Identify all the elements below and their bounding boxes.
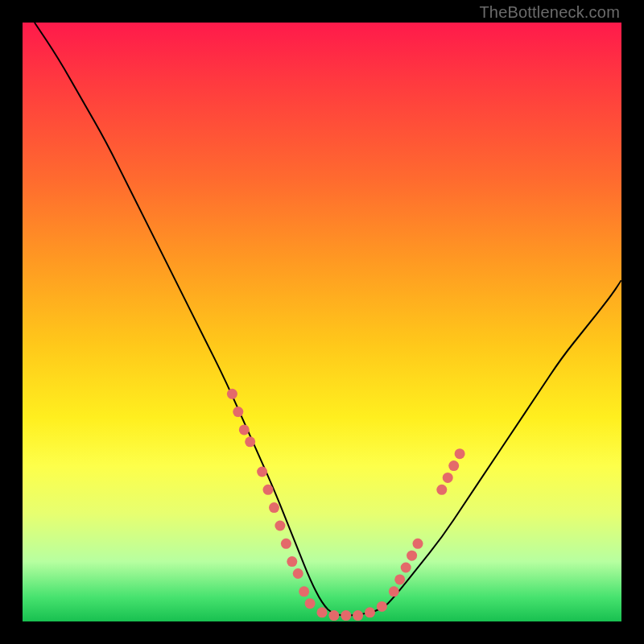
data-marker	[394, 574, 405, 584]
data-marker	[436, 485, 447, 495]
data-marker	[287, 556, 297, 567]
data-marker	[227, 389, 237, 399]
data-marker	[353, 610, 363, 621]
data-marker	[407, 551, 417, 561]
data-marker	[299, 586, 309, 597]
data-marker	[448, 460, 459, 471]
data-marker	[245, 436, 255, 447]
data-marker	[328, 610, 339, 621]
data-marker	[233, 407, 243, 417]
data-marker	[413, 539, 423, 549]
data-marker	[401, 563, 411, 573]
data-marker	[377, 601, 387, 612]
plot-area	[23, 23, 621, 621]
data-marker	[257, 467, 267, 477]
attribution-label: TheBottleneck.com	[479, 3, 620, 22]
data-marker	[239, 424, 250, 435]
data-marker	[365, 607, 375, 617]
data-marker	[305, 598, 316, 609]
data-marker	[341, 610, 351, 621]
data-marker	[275, 521, 285, 531]
chart-svg	[23, 23, 621, 621]
bottleneck-curve	[35, 23, 621, 616]
data-marker	[317, 607, 328, 617]
data-marker	[281, 539, 291, 549]
data-marker	[443, 473, 453, 483]
data-marker	[389, 586, 399, 597]
data-marker	[263, 485, 274, 495]
data-marker	[293, 568, 303, 579]
chart-frame: TheBottleneck.com	[0, 0, 644, 644]
data-marker	[269, 502, 279, 513]
data-marker	[455, 448, 465, 459]
data-markers	[227, 389, 465, 621]
